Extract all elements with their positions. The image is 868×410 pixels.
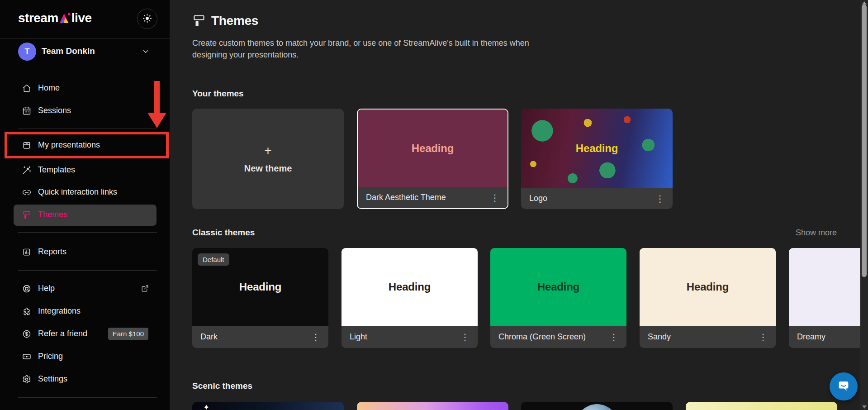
scenic-themes-heading: Scenic themes [192,381,252,391]
theme-preview-heading: Heading [239,281,281,293]
theme-preview-heading: Heading [389,281,431,293]
puzzle-icon [22,307,31,316]
sidebar-item-quick-interaction-links[interactable]: Quick interaction links [0,181,170,203]
divider [0,65,170,65]
logo-text-live: live [71,11,92,25]
external-link-icon [141,285,149,294]
theme-preview [686,402,837,410]
theme-preview [521,402,673,410]
team-switcher[interactable]: T Team Donkin [0,39,170,64]
kebab-menu-icon[interactable]: ⋮ [757,333,769,342]
sidebar-item-settings[interactable]: Settings [0,368,170,390]
sidebar-item-templates[interactable]: Templates [0,159,170,181]
theme-card-footer: Sandy ⋮ [640,326,776,348]
kebab-menu-icon[interactable]: ⋮ [607,333,620,342]
scenic-theme-card-gradient[interactable] [357,402,508,410]
plus-icon: + [264,144,271,157]
sidebar-header: stream live [0,0,170,38]
scenic-theme-card-starry[interactable]: ✦ [192,402,344,410]
scrollbar-track[interactable] [860,0,868,410]
theme-card-chroma[interactable]: Heading Chroma (Green Screen) ⋮ [490,248,626,348]
earn-badge: Earn $100 [108,328,148,340]
paint-roller-icon [22,210,31,219]
theme-card-footer: Dreamy ⋮ [789,326,860,348]
sidebar-item-help[interactable]: Help [0,278,170,300]
calendar-icon [22,106,31,115]
team-avatar: T [18,43,36,61]
chat-bubble-icon [836,379,851,395]
sun-icon [142,14,152,24]
theme-card-label: Logo [529,194,547,203]
paint-roller-icon [192,14,206,28]
theme-preview: Default Heading [192,248,328,326]
sidebar-item-themes[interactable]: Themes [0,204,170,226]
gear-icon [22,375,31,384]
theme-card-footer: Dark ⋮ [192,326,328,348]
sidebar-item-pricing[interactable]: Pricing [0,346,170,367]
theme-card-dark-aesthetic[interactable]: Heading Dark Aesthetic Theme ⋮ [357,109,508,209]
page-description: Create custom themes to match your brand… [192,37,552,61]
sidebar-item-home[interactable]: Home [0,77,170,99]
theme-preview: Heading [358,110,508,187]
scenic-theme-card-planet[interactable] [521,402,673,410]
bar-chart-icon [22,248,31,257]
sparkle-icon: ✦ [203,403,209,410]
theme-preview: ✦ [192,402,344,410]
your-themes-heading: Your themes [192,89,244,99]
theme-card-footer: Logo ⋮ [521,188,673,209]
divider [18,129,157,129]
presentations-icon [22,141,31,150]
theme-card-dreamy[interactable]: Dreamy ⋮ [789,248,860,348]
logo-a-mark [59,12,71,24]
kebab-menu-icon[interactable]: ⋮ [309,333,322,342]
wand-icon [22,166,31,175]
theme-card-sandy[interactable]: Heading Sandy ⋮ [640,248,776,348]
kebab-menu-icon[interactable]: ⋮ [459,333,471,342]
sidebar-item-refer-a-friend[interactable]: Refer a friend Earn $100 [0,323,170,345]
life-buoy-icon [22,284,31,293]
scrollbar-up-arrow[interactable] [862,1,867,5]
theme-card-logo[interactable]: Heading Logo ⋮ [521,109,673,209]
theme-card-label: Chroma (Green Screen) [498,332,586,342]
theme-card-footer: Light ⋮ [342,326,478,348]
light-mode-toggle-button[interactable] [137,9,157,29]
sidebar-item-sessions[interactable]: Sessions [0,100,170,122]
scrollbar-thumb[interactable] [862,5,867,277]
theme-card-label: Sandy [648,332,671,342]
kebab-menu-icon[interactable]: ⋮ [489,193,501,202]
sidebar: stream live T T [0,0,170,410]
kebab-menu-icon[interactable]: ⋮ [654,194,666,203]
app-root: stream live T T [0,0,868,410]
theme-preview-heading: Heading [687,281,729,293]
streamalive-logo[interactable]: stream live [18,11,92,25]
new-theme-button[interactable]: + New theme [192,109,344,209]
team-name: Team Donkin [42,46,95,56]
main-content: Themes Create custom themes to match you… [170,0,860,410]
scenic-theme-card-lemon[interactable] [686,402,837,410]
banknote-icon [22,352,31,361]
home-icon [22,84,31,93]
theme-preview-heading: Heading [576,142,618,155]
default-badge: Default [198,253,229,266]
sidebar-item-my-presentations[interactable]: My presentations [0,134,170,156]
divider [18,232,157,233]
chat-launcher-button[interactable] [830,372,858,400]
classic-themes-heading: Classic themes [192,228,255,238]
new-theme-label: New theme [244,163,292,174]
theme-card-footer: Dark Aesthetic Theme ⋮ [358,187,508,208]
theme-preview: Heading [342,248,478,326]
theme-preview: Heading [490,248,626,326]
divider [18,397,157,398]
sidebar-item-integrations[interactable]: Integrations [0,300,170,322]
planet-image [575,404,619,410]
annotation-arrow-head [147,113,166,128]
theme-card-label: Light [350,332,367,342]
link-icon [22,188,31,197]
scrollbar-down-arrow[interactable] [862,405,867,409]
theme-preview: Heading [521,109,673,188]
theme-card-dark[interactable]: Default Heading Dark ⋮ [192,248,328,348]
show-more-link[interactable]: Show more [796,228,837,238]
sidebar-item-reports[interactable]: Reports [0,241,170,263]
theme-preview [357,402,508,410]
theme-card-light[interactable]: Heading Light ⋮ [342,248,478,348]
